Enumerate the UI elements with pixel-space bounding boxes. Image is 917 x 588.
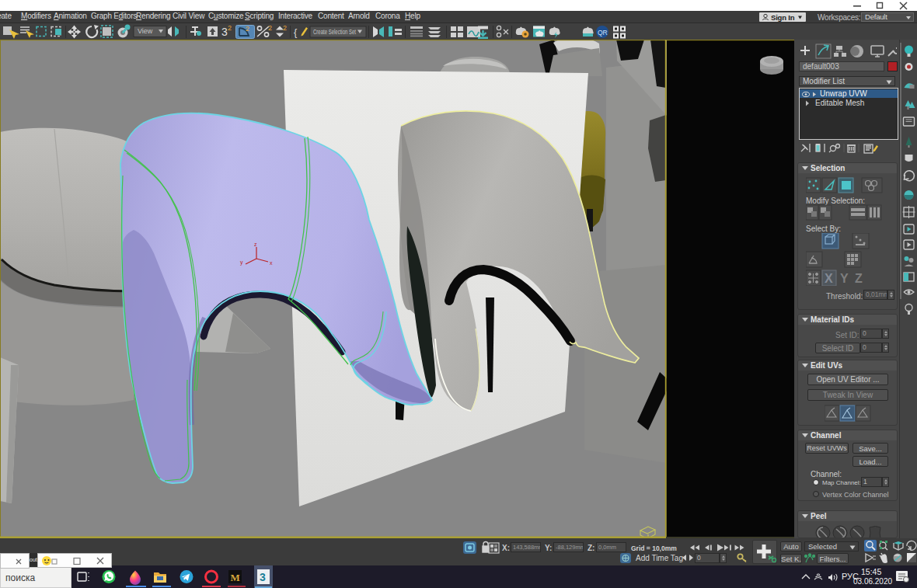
- svg-text:QR: QR: [598, 29, 608, 37]
- svg-text:M: M: [231, 572, 240, 583]
- svg-text:Create Selection Set: Create Selection Set: [313, 28, 356, 36]
- svg-text:View: View: [138, 27, 153, 35]
- svg-text:2: 2: [283, 24, 287, 32]
- svg-text:x: x: [270, 260, 273, 266]
- svg-text:2: 2: [268, 24, 272, 32]
- svg-text:3: 3: [221, 26, 228, 38]
- svg-text:X: X: [825, 272, 833, 285]
- svg-text:Y: Y: [840, 272, 849, 285]
- svg-text:3: 3: [260, 571, 266, 583]
- svg-text:y: y: [240, 259, 243, 266]
- svg-text:2: 2: [246, 25, 249, 33]
- svg-text:2: 2: [228, 24, 232, 32]
- svg-text:z: z: [254, 242, 257, 247]
- svg-text:Z: Z: [855, 272, 863, 285]
- svg-text:{: {: [294, 26, 298, 38]
